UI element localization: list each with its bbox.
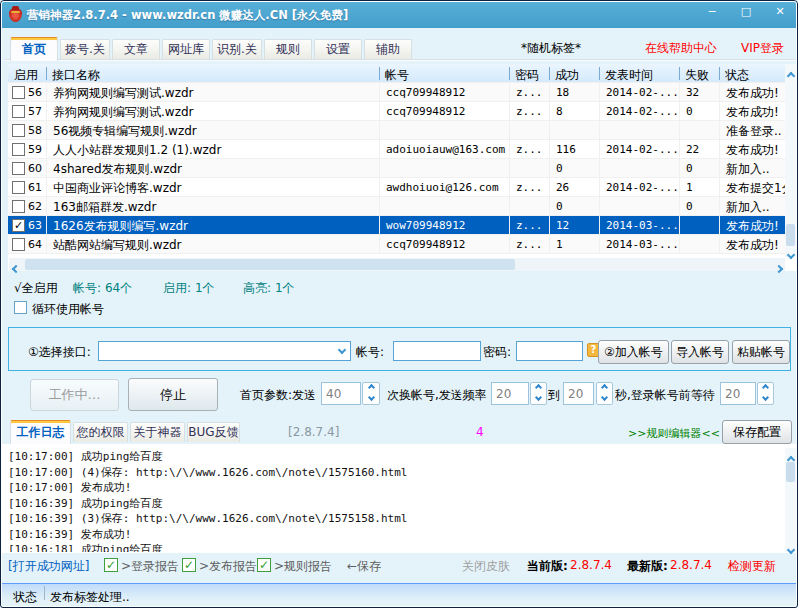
row-id: 60 [28,161,42,175]
send-count-input[interactable]: 40 [321,382,361,405]
table-row-59[interactable]: 59人人小站群发规则1.2 (1).wzdradoiuoiauw@163.com… [8,140,796,159]
table-row-61[interactable]: 61中国商业评论博客.wzdrawdhoiuoi@126.comz...2620… [8,178,796,197]
dropdown-chevron-icon [338,346,346,354]
freq-from-spinner[interactable] [530,382,547,405]
table-row-62[interactable]: 62163邮箱群发.wzdr00新加入.. [8,197,796,216]
all-enable-toggle[interactable]: √全启用 [14,280,58,297]
row-id: 64 [28,237,42,251]
column-header-3[interactable]: 密码 [509,64,549,82]
scroll-thumb[interactable] [786,224,795,246]
vip-login-link[interactable]: VIP登录 [741,40,784,57]
paste-account-button[interactable]: 粘贴帐号 [732,340,790,364]
cell-success: 12 [549,216,599,234]
hscroll-thumb[interactable] [25,259,515,270]
close-skin-label[interactable]: 关闭皮肤 [462,558,510,575]
cell-success: 8 [549,102,599,120]
table-row-57[interactable]: 57养狗网规则编写测试.wzdrccq709948912z...82014-02… [8,102,796,121]
cell-account [379,159,509,177]
row-id: 58 [28,123,42,137]
row-checkbox[interactable] [12,181,25,194]
column-header-2[interactable]: 帐号 [379,64,509,82]
interface-select[interactable] [98,341,351,361]
online-help-link[interactable]: 在线帮助中心 [645,40,717,57]
scroll-up-arrow[interactable] [785,64,796,77]
version-label: [2.8.7.4] [288,425,339,439]
save-arrow-label[interactable]: ←保存 [347,558,381,575]
cell-name: 站酷网站编写规则.wzdr [46,235,379,253]
log-scroll-down-arrow[interactable] [785,539,796,552]
loop-accounts-checkbox[interactable] [14,301,27,314]
cell-account [379,121,509,139]
account-input[interactable] [393,341,481,361]
main-tab-6[interactable]: 设置 [314,39,362,59]
column-header-1[interactable]: 接口名称 [46,64,379,82]
login-report-checkbox[interactable]: ✓ [104,558,118,572]
cell-time [599,121,679,139]
column-header-5[interactable]: 发表时间 [599,64,679,82]
add-account-button[interactable]: ②加入帐号 [598,340,669,364]
row-checkbox[interactable] [12,86,25,99]
main-tab-0[interactable]: 首页 [10,37,58,61]
log-tab-1[interactable]: 您的权限 [73,422,128,442]
check-update-link[interactable]: 检测更新 [728,558,776,575]
scroll-right-arrow[interactable] [772,258,785,271]
row-checkbox[interactable] [12,105,25,118]
status-message: 发布标签处理.. [50,589,130,606]
row-checkbox[interactable] [12,124,25,137]
column-header-6[interactable]: 失败 [679,64,719,82]
table-row-56[interactable]: 56养狗网规则编写测试.wzdrccq709948912z...182014-0… [8,83,796,102]
rule-report-checkbox[interactable]: ✓ [257,558,271,572]
table-vertical-scrollbar[interactable] [785,64,796,257]
send-count-spinner[interactable] [362,382,380,405]
scroll-down-arrow[interactable] [785,244,796,257]
main-tab-7[interactable]: 辅助 [364,39,412,59]
publish-report-checkbox[interactable]: ✓ [182,558,196,572]
main-tab-4[interactable]: 识别.关 [212,39,262,59]
table-horizontal-scrollbar[interactable] [9,258,785,271]
freq-to-spinner[interactable] [596,382,613,405]
log-scroll-up-arrow[interactable] [785,448,796,461]
window-title: 营销神器2.8.7.4 - www.wzdr.cn 微赚达人.CN [永久免费] [27,8,348,23]
freq-to-input[interactable]: 20 [563,382,594,405]
row-checkbox[interactable] [12,143,25,156]
cell-name: 养狗网规则编写测试.wzdr [46,83,379,101]
freq-from-input[interactable]: 20 [491,382,529,405]
main-tab-3[interactable]: 网址库 [162,39,210,59]
main-tab-2[interactable]: 文章 [112,39,160,59]
row-checkbox[interactable]: ✓ [12,219,25,232]
main-tab-1[interactable]: 拨号.关 [60,39,110,59]
save-config-button[interactable]: 保存配置 [722,420,792,444]
count-label: 4 [476,425,484,439]
table-row-58[interactable]: 5856视频专辑编写规则.wzdr准备登录.. [8,121,796,140]
log-scroll-thumb[interactable] [786,462,795,482]
password-input[interactable] [516,341,583,361]
maximize-button[interactable]: □ [733,4,759,20]
status-bar: 状态 发布标签处理.. [2,583,796,606]
log-vertical-scrollbar[interactable] [785,448,796,552]
main-tab-5[interactable]: 规则 [264,39,312,59]
cell-name: 163邮箱群发.wzdr [46,197,379,215]
column-header-0[interactable]: 启用 [8,64,46,82]
stop-button[interactable]: 停止 [128,378,218,411]
table-row-63[interactable]: ✓631626发布规则编写.wzdrwow709948912z...122014… [8,216,796,235]
open-success-urls-link[interactable]: [打开成功网址] [8,558,89,575]
wait-input[interactable]: 20 [720,382,756,405]
scroll-left-arrow[interactable] [9,258,22,271]
minimize-button[interactable]: ─ [699,4,725,20]
column-header-4[interactable]: 成功 [549,64,599,82]
log-tab-0[interactable]: 工作日志 [10,420,71,444]
log-tab-3[interactable]: BUG反馈 [187,422,240,442]
row-checkbox[interactable] [12,200,25,213]
close-button[interactable]: ✕ [767,4,793,20]
table-row-64[interactable]: 64站酷网站编写规则.wzdrccq709948912z...12014-03-… [8,235,796,254]
row-checkbox[interactable] [12,162,25,175]
wait-spinner[interactable] [757,382,774,405]
status-divider [44,586,45,600]
log-tab-2[interactable]: 关于神器 [130,422,185,442]
cell-time: 2014-03-... [599,216,679,234]
import-account-button[interactable]: 导入帐号 [671,340,729,364]
rule-editor-link[interactable]: >>规则编辑器<< [628,426,720,441]
row-checkbox[interactable] [12,238,25,251]
table-row-60[interactable]: 604shared发布规则.wzdr00新加入.. [8,159,796,178]
cell-fail: 1 [679,178,719,196]
